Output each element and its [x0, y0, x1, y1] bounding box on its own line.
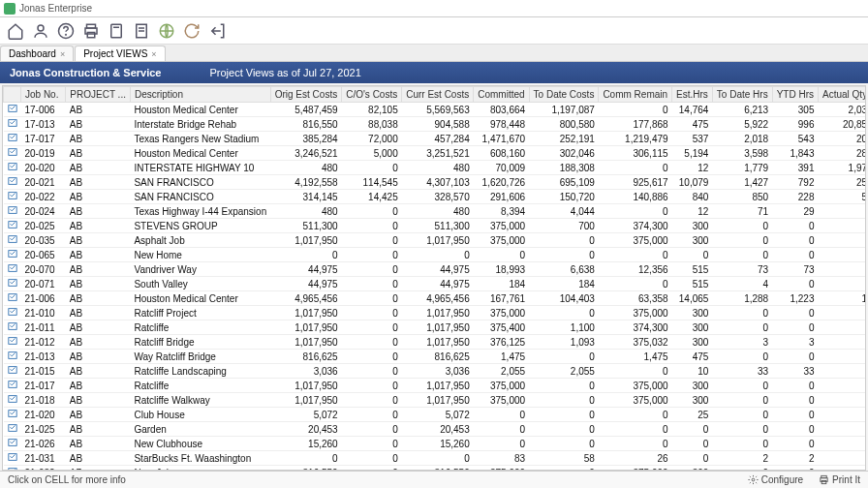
- cell[interactable]: 0: [772, 422, 818, 437]
- cell[interactable]: 8,394: [474, 204, 529, 219]
- cell[interactable]: 314,145: [270, 190, 341, 204]
- cell[interactable]: 375,000: [474, 393, 529, 408]
- cell[interactable]: 0: [819, 408, 867, 422]
- cell[interactable]: 20,858: [819, 117, 867, 132]
- cell[interactable]: 0: [712, 320, 772, 335]
- configure-button[interactable]: Configure: [748, 474, 803, 485]
- cell[interactable]: 3,036: [270, 364, 341, 379]
- cell[interactable]: 283: [819, 146, 867, 161]
- cell[interactable]: 0: [712, 350, 772, 364]
- table-row[interactable]: 20-071ABSouth Valley44,975044,9751841840…: [4, 277, 867, 291]
- row-icon[interactable]: [4, 262, 21, 277]
- cell[interactable]: Houston Medical Center: [130, 291, 270, 306]
- cell[interactable]: Texas Highway I-44 Expansion: [130, 204, 270, 219]
- cell[interactable]: 0: [529, 248, 599, 262]
- cell[interactable]: AB: [66, 233, 131, 248]
- cell[interactable]: 1,017,950: [402, 335, 474, 350]
- cell[interactable]: 3: [772, 335, 818, 350]
- cell[interactable]: 44,975: [402, 262, 474, 277]
- cell[interactable]: 925,617: [599, 175, 672, 190]
- cell[interactable]: 0: [819, 306, 867, 320]
- cell[interactable]: 0: [529, 422, 599, 437]
- tab-dashboard[interactable]: Dashboard×: [0, 46, 74, 61]
- cell[interactable]: Ratcliffe Landscaping: [130, 364, 270, 379]
- cell[interactable]: 20-020: [21, 161, 66, 175]
- cell[interactable]: 252,191: [529, 132, 599, 146]
- cell[interactable]: 375,000: [474, 233, 529, 248]
- cell[interactable]: 17-013: [21, 117, 66, 132]
- cell[interactable]: 10: [819, 291, 867, 306]
- cell[interactable]: 17-006: [21, 103, 66, 117]
- cell[interactable]: 57: [819, 190, 867, 204]
- cell[interactable]: 21-017: [21, 379, 66, 393]
- cell[interactable]: 0: [712, 422, 772, 437]
- cell[interactable]: 840: [672, 190, 713, 204]
- cell[interactable]: 250: [819, 175, 867, 190]
- cell[interactable]: 14,764: [672, 103, 713, 117]
- cell[interactable]: AB: [66, 146, 131, 161]
- cell[interactable]: 33: [712, 364, 772, 379]
- cell[interactable]: Ratcliff Project: [130, 306, 270, 320]
- cell[interactable]: 480: [270, 161, 341, 175]
- cell[interactable]: 457,284: [402, 132, 474, 146]
- table-row[interactable]: 21-025ABGarden20,453020,4530000000025,64…: [4, 422, 867, 437]
- cell[interactable]: 0: [819, 335, 867, 350]
- cell[interactable]: 0: [599, 248, 672, 262]
- column-header[interactable]: To Date Costs: [529, 87, 599, 103]
- cell[interactable]: 511,300: [402, 219, 474, 233]
- row-icon[interactable]: [4, 204, 21, 219]
- cell[interactable]: 0: [529, 233, 599, 248]
- cell[interactable]: 0: [474, 437, 529, 451]
- cell[interactable]: 0: [712, 233, 772, 248]
- cell[interactable]: 0: [712, 248, 772, 262]
- refresh-icon[interactable]: [180, 19, 203, 43]
- cell[interactable]: 4,307,103: [402, 175, 474, 190]
- cell[interactable]: 792: [772, 175, 818, 190]
- cell[interactable]: 1,197,087: [529, 103, 599, 117]
- cell[interactable]: 184: [474, 277, 529, 291]
- row-icon[interactable]: [4, 335, 21, 350]
- row-icon[interactable]: [4, 277, 21, 291]
- cell[interactable]: AB: [66, 277, 131, 291]
- exit-icon[interactable]: [205, 19, 229, 43]
- cell[interactable]: 0: [342, 364, 402, 379]
- cell[interactable]: 25: [672, 408, 713, 422]
- cell[interactable]: 1,017,950: [270, 233, 341, 248]
- cell[interactable]: 700: [529, 219, 599, 233]
- cell[interactable]: 0: [819, 364, 867, 379]
- cell[interactable]: 0: [342, 422, 402, 437]
- cell[interactable]: 0: [474, 422, 529, 437]
- cell[interactable]: 375,000: [599, 233, 672, 248]
- cell[interactable]: 0: [772, 277, 818, 291]
- cell[interactable]: AB: [66, 117, 131, 132]
- cell[interactable]: 33: [772, 364, 818, 379]
- cell[interactable]: 4,965,456: [402, 291, 474, 306]
- cell[interactable]: 328,570: [402, 190, 474, 204]
- cell[interactable]: Vandriver Way: [130, 262, 270, 277]
- cell[interactable]: 996: [772, 117, 818, 132]
- cell[interactable]: 375,000: [474, 219, 529, 233]
- table-row[interactable]: 21-026ABNew Clubhouse15,260015,260000000…: [4, 437, 867, 451]
- cell[interactable]: 3,251,521: [402, 146, 474, 161]
- cell[interactable]: 29: [772, 204, 818, 219]
- cell[interactable]: AB: [66, 175, 131, 190]
- cell[interactable]: 20-035: [21, 233, 66, 248]
- column-header[interactable]: Comm Remain: [599, 87, 672, 103]
- row-icon[interactable]: [4, 146, 21, 161]
- cell[interactable]: 228: [772, 190, 818, 204]
- column-header[interactable]: Job No.: [21, 87, 66, 103]
- report-icon[interactable]: [130, 19, 153, 43]
- cell[interactable]: 3,036: [402, 364, 474, 379]
- cell[interactable]: 0: [342, 219, 402, 233]
- cell[interactable]: 376,125: [474, 335, 529, 350]
- cell[interactable]: 300: [672, 320, 713, 335]
- cell[interactable]: 0: [529, 393, 599, 408]
- cell[interactable]: 104,403: [529, 291, 599, 306]
- print-button[interactable]: Print It: [819, 474, 860, 485]
- cell[interactable]: 15,260: [270, 437, 341, 451]
- table-row[interactable]: 21-018ABRatcliffe Walkway1,017,95001,017…: [4, 393, 867, 408]
- column-header[interactable]: Est.Hrs: [672, 87, 713, 103]
- cell[interactable]: 375,000: [599, 379, 672, 393]
- cell[interactable]: 0: [819, 262, 867, 277]
- cell[interactable]: 0: [529, 350, 599, 364]
